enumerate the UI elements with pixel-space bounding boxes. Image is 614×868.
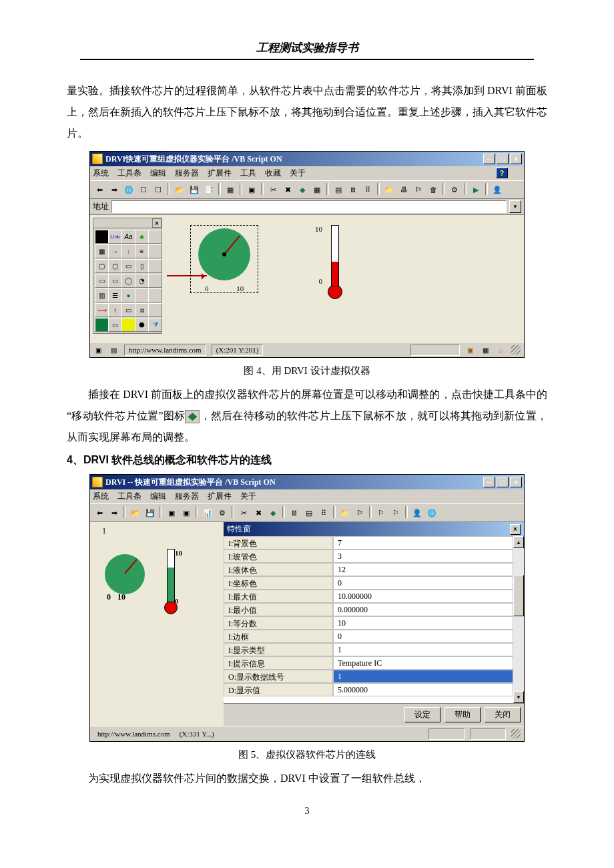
run-icon[interactable]: 👤 [410,506,424,519]
folder-icon[interactable]: 📁 [382,183,396,196]
newwin-icon[interactable]: ☐ [137,183,150,196]
pal-num-icon[interactable]: ⧈ [135,303,149,317]
prop-val[interactable]: 0.000000 [333,603,513,616]
prop-val[interactable]: 1 [333,643,513,656]
config-icon[interactable]: ⚙ [448,183,461,196]
resize-grip[interactable] [511,729,521,738]
print-icon[interactable]: 🖶 [397,183,410,196]
pal-slider-icon[interactable]: ⟿ [95,303,109,317]
menu-item[interactable]: 关于 [290,168,306,178]
pal-arrow-icon[interactable]: → [108,244,122,258]
address-dropdown-icon[interactable]: ▼ [509,200,521,213]
resize-grip[interactable] [511,345,521,355]
folder-icon[interactable]: 📁 [338,506,352,519]
open-icon[interactable]: 📂 [129,506,142,519]
pal-dev-icon[interactable]: ⬣ [135,318,149,332]
menu-item[interactable]: 系统 [93,168,109,178]
prop-val[interactable]: 0 [333,630,513,643]
doc-icon[interactable]: 🗎 [288,506,301,519]
save-icon[interactable]: 💾 [143,506,157,519]
forward-icon[interactable]: ➡ [107,183,121,196]
back-icon[interactable]: ⬅ [93,506,106,519]
pal-text-icon[interactable]: Aa [121,230,135,244]
chart-icon[interactable]: ▣ [245,183,258,196]
menu-item[interactable]: 关于 [240,491,256,501]
dots-icon[interactable]: ⠿ [361,183,374,196]
prop-val[interactable]: 7 [333,536,513,550]
menu-item[interactable]: 扩展件 [208,168,232,178]
pal-empty5[interactable] [135,288,149,302]
prop-val[interactable]: Tempature IC [333,656,513,670]
delete-icon[interactable]: ✖ [281,183,294,196]
pal-empty[interactable] [148,230,162,244]
pal-ptr-icon[interactable]: ↕ [108,303,122,317]
help-button[interactable]: 帮助 [444,707,481,722]
pal-gauge-icon[interactable]: ◔ [135,274,149,288]
open-icon[interactable]: 📂 [173,183,186,196]
list-icon[interactable]: ▤ [332,183,345,196]
minimize-button[interactable]: ─ [483,154,495,164]
pal-yellow-icon[interactable] [121,318,135,332]
gauge-chip[interactable] [105,554,145,594]
minimize-button[interactable]: ─ [483,477,495,487]
pal-empty2[interactable] [148,244,162,258]
pal-lines-icon[interactable]: ≡ [135,244,149,258]
help-icon[interactable]: ? [496,168,508,178]
run-icon[interactable]: 👤 [491,183,504,196]
pal-tree-icon[interactable]: ♣ [135,230,149,244]
pal-img-icon[interactable]: ▦ [95,244,109,258]
menu-item[interactable]: 服务器 [175,168,199,178]
pal-down-icon[interactable]: ↓ [121,244,135,258]
move-icon[interactable]: ◆ [266,506,280,519]
pal-list2-icon[interactable]: ☰ [108,288,122,302]
pal-ball-icon[interactable]: ● [121,288,135,302]
flag-icon[interactable]: 🏳 [412,183,425,196]
status-tray3[interactable]: ⌂ [496,345,506,355]
back-icon[interactable]: ⬅ [93,183,106,196]
fig5-menubar[interactable]: 系统 工具条 编辑 服务器 扩展件 关于 [90,489,524,503]
list-icon[interactable]: ▤ [302,506,316,519]
status-icon1[interactable]: ▣ [93,345,103,355]
pal-empty7[interactable] [148,303,162,317]
gauge-chip[interactable]: 010 [190,225,258,293]
thermometer-chip[interactable]: 100 [167,549,178,614]
pal-frame-icon[interactable]: ▭ [121,259,135,273]
status-icon2[interactable]: ▤ [109,345,119,355]
properties-table[interactable]: I:背景色7 I:玻管色3 I:液体色12 I:坐标色0 I:最大值10.000… [224,536,513,703]
pal-circle-icon[interactable]: ◯ [121,274,135,288]
set-button[interactable]: 设定 [404,707,440,722]
pal-led-icon[interactable] [95,318,109,332]
menu-item[interactable]: 收藏 [265,168,281,178]
pal-grey-icon[interactable]: ▢ [95,259,109,273]
cut-icon[interactable]: ✂ [266,183,280,196]
newwin2-icon[interactable]: ☐ [151,183,165,196]
maximize-button[interactable]: □ [497,154,509,164]
fig5-titlebar[interactable]: DRVI -- 快速可重组虚拟实验平台 /VB Script ON ─ □ × [90,475,524,489]
pal-box-icon[interactable]: ▭ [121,303,135,317]
close-button[interactable]: × [510,154,522,164]
close-button[interactable]: × [510,477,522,487]
fig5-canvas[interactable]: 1 010 100 [90,522,224,726]
pal-grey2-icon[interactable]: ▢ [108,259,122,273]
properties-close-icon[interactable]: × [510,524,521,535]
doc-icon[interactable]: 🗎 [346,183,360,196]
forward-icon[interactable]: ➡ [107,506,121,519]
pal-empty4[interactable] [148,274,162,288]
globe-icon[interactable]: 🌐 [122,183,135,196]
prop-val[interactable]: 12 [333,563,513,576]
pal-win-icon[interactable]: ▭ [108,274,122,288]
grid-icon[interactable]: ▦ [310,183,324,196]
copy-icon[interactable]: 📑 [202,183,216,196]
pal-rect-icon[interactable]: ▭ [95,274,109,288]
menu-item[interactable]: 工具条 [117,491,141,501]
globe-icon[interactable]: 🌐 [425,506,438,519]
prop-val[interactable]: 5.000000 [333,683,513,696]
a-icon[interactable]: ⚐ [374,506,388,519]
save-icon[interactable]: 💾 [188,183,201,196]
palette-close-icon[interactable]: × [152,218,162,228]
tool-palette[interactable]: × Link Aa ♣ ▦ → ↓ ≡ ▢ ▢ ▭ ▯ [93,218,162,334]
prop-val[interactable]: 10.000000 [333,590,513,603]
pal-color-icon[interactable] [95,230,109,244]
move-chip-icon[interactable]: ◆ [296,183,309,196]
thermometer-chip[interactable]: 100 [327,225,347,298]
